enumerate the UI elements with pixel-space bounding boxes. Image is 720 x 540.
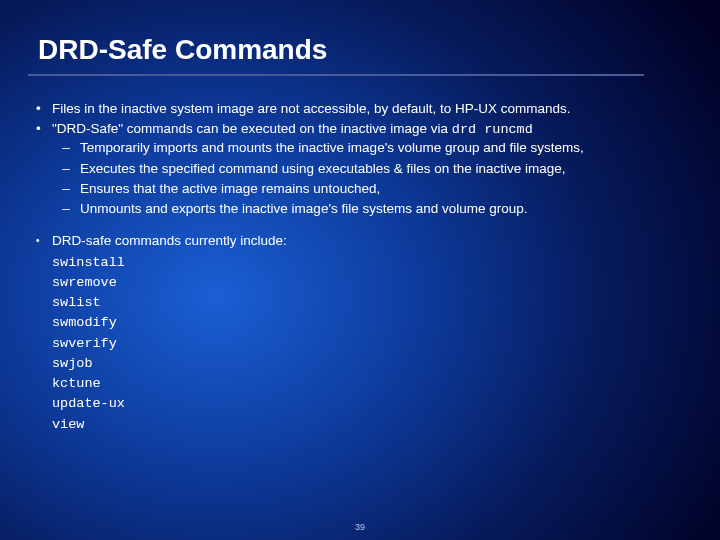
sub-bullet-1-text: Temporarily imports and mounts the inact… [80, 139, 690, 157]
sub-bullet-2-text: Executes the specified command using exe… [80, 160, 690, 178]
bullet-2-code: drd runcmd [452, 122, 533, 137]
sub-bullet-4: – Unmounts and exports the inactive imag… [52, 200, 690, 218]
page-number: 39 [0, 522, 720, 532]
dash-icon: – [52, 180, 80, 198]
sub-bullet-3: – Ensures that the active image remains … [52, 180, 690, 198]
dash-icon: – [52, 200, 80, 218]
bullet-dot-icon: • [36, 120, 52, 220]
bullet-dot-icon: • [36, 232, 52, 250]
sub-bullet-2: – Executes the specified command using e… [52, 160, 690, 178]
sub-bullet-1: – Temporarily imports and mounts the ina… [52, 139, 690, 157]
bullet-1-text: Files in the inactive system image are n… [52, 100, 690, 118]
command-item: swmodify [52, 313, 690, 333]
command-item: swjob [52, 354, 690, 374]
sub-bullet-4-text: Unmounts and exports the inactive image'… [80, 200, 690, 218]
command-item: update-ux [52, 394, 690, 414]
dash-icon: – [52, 139, 80, 157]
slide-title: DRD-Safe Commands [38, 34, 634, 66]
bullet-dot-icon: • [36, 100, 52, 118]
command-item: swverify [52, 334, 690, 354]
bullet-2: • "DRD-Safe" commands can be executed on… [36, 120, 690, 220]
dash-icon: – [52, 160, 80, 178]
bullet-2-text: "DRD-Safe" commands can be executed on t… [52, 121, 452, 136]
slide-content: • Files in the inactive system image are… [36, 100, 690, 435]
command-item: swremove [52, 273, 690, 293]
bullet-1: • Files in the inactive system image are… [36, 100, 690, 118]
command-item: swinstall [52, 253, 690, 273]
command-item: view [52, 415, 690, 435]
command-item: swlist [52, 293, 690, 313]
command-list: swinstall swremove swlist swmodify swver… [36, 253, 690, 435]
bullet-3: • DRD-safe commands currently include: [36, 232, 690, 250]
sub-bullet-3-text: Ensures that the active image remains un… [80, 180, 690, 198]
bullet-3-text: DRD-safe commands currently include: [52, 232, 690, 250]
command-item: kctune [52, 374, 690, 394]
title-box: DRD-Safe Commands [28, 30, 644, 76]
bullet-2-body: "DRD-Safe" commands can be executed on t… [52, 120, 690, 220]
